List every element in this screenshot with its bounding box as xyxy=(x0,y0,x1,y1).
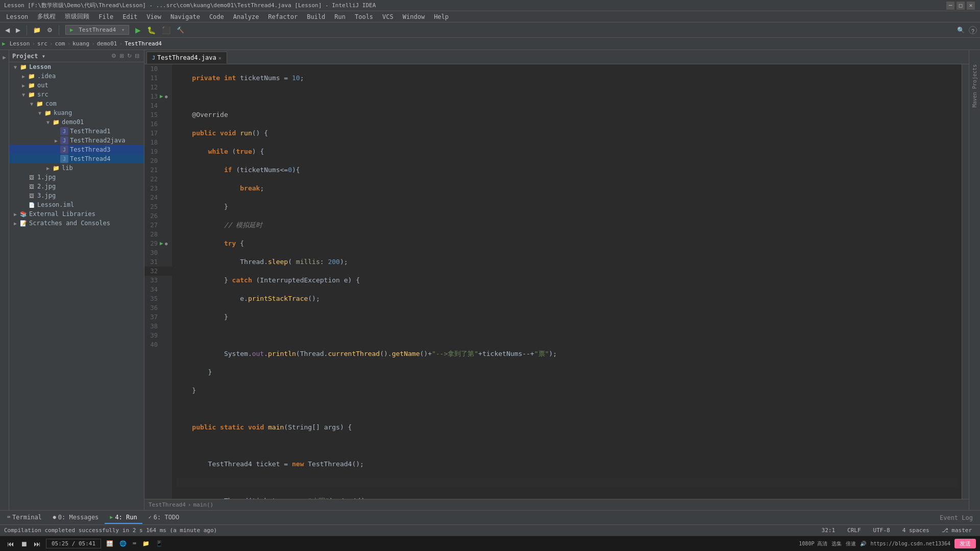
maven-label[interactable]: Maven Projects xyxy=(971,60,978,111)
java-icon-4: J xyxy=(60,155,68,163)
menu-vcs[interactable]: VCS xyxy=(378,12,398,21)
maximize-btn[interactable]: □ xyxy=(957,2,965,10)
breadcrumb-src[interactable]: src xyxy=(35,39,50,48)
gutter-24: 24 xyxy=(144,193,172,202)
menu-analyze[interactable]: Analyze xyxy=(229,12,263,21)
menu-help[interactable]: Help xyxy=(430,12,453,21)
forward-button[interactable]: ▶ xyxy=(14,26,22,35)
breadcrumb-kuang[interactable]: kuang xyxy=(70,39,91,48)
breadcrumb-demo01[interactable]: demo01 xyxy=(95,39,119,48)
menu-run[interactable]: Run xyxy=(330,12,350,21)
toolbar: ◀ ▶ 📁 ⚙ ▶ TestThread4 ▾ ▶ 🐛 ⬛ 🔨 🔍 ? xyxy=(0,22,980,38)
code-content[interactable]: private int ticketNums = 10; @Override p… xyxy=(172,64,962,499)
play-btn[interactable]: ⏮ xyxy=(4,539,17,549)
project-icon: 📁 xyxy=(19,63,28,71)
code-line-22: e.printStackTrace(); xyxy=(176,294,958,303)
run-button[interactable]: ▶ xyxy=(133,25,143,35)
editor-tab-testthread4[interactable]: J TestThread4.java ✕ xyxy=(146,52,227,64)
menu-multithread[interactable]: 多线程 xyxy=(33,11,60,22)
help-btn[interactable]: ? xyxy=(969,26,977,34)
next-btn[interactable]: ⏭ xyxy=(31,539,44,549)
terminal-label: Terminal xyxy=(12,514,42,521)
tree-item-testthread2[interactable]: ▶ J TestThread2java xyxy=(9,136,144,145)
java-icon-2: J xyxy=(60,136,68,145)
debug-button[interactable]: 🐛 xyxy=(145,25,158,35)
event-log-tab[interactable]: Event Log xyxy=(935,512,978,523)
project-layout-btn[interactable]: ⊞ xyxy=(118,52,126,60)
tree-item-3jpg[interactable]: ▶ 🖼 3.jpg xyxy=(9,191,144,200)
minimize-btn[interactable]: ─ xyxy=(946,2,954,10)
tab-close-btn[interactable]: ✕ xyxy=(218,55,222,61)
stop-button[interactable]: ⬛ xyxy=(160,25,173,35)
build-button[interactable]: 🔨 xyxy=(175,26,186,35)
tree-item-kuang[interactable]: ▼ 📁 kuang xyxy=(9,108,144,117)
menu-view[interactable]: View xyxy=(142,12,165,21)
menu-code[interactable]: Code xyxy=(205,12,228,21)
project-refresh-btn[interactable]: ↻ xyxy=(126,52,133,60)
breadcrumb-testthread4[interactable]: TestThread4 xyxy=(122,39,164,48)
project-panel: Project ▾ ⚙ ⊞ ↻ ⊟ ▼ 📁 Lesson ▶ 📁 xyxy=(9,50,144,510)
menu-edit[interactable]: Edit xyxy=(118,12,141,21)
taskbar-icon-browser[interactable]: 🌐 xyxy=(116,539,130,548)
tree-item-src[interactable]: ▼ 📁 src xyxy=(9,90,144,99)
project-collapse-btn[interactable]: ⊟ xyxy=(133,52,141,60)
tree-item-1jpg[interactable]: ▶ 🖼 1.jpg xyxy=(9,173,144,182)
tree-item-testthread1[interactable]: ▶ J TestThread1 xyxy=(9,127,144,136)
taskbar-icon-cmd[interactable]: ⌨ xyxy=(130,539,139,548)
tab-todo[interactable]: ✓ 6: TODO xyxy=(143,512,185,524)
tree-item-demo01[interactable]: ▼ 📁 demo01 xyxy=(9,117,144,127)
gutter-13: 13 ▶ ● xyxy=(144,92,172,101)
status-spaces: 4 spaces xyxy=(902,527,929,534)
tree-item-out[interactable]: ▶ 📁 out xyxy=(9,81,144,90)
code-view[interactable]: 10 11 12 13 ▶ ● 14 xyxy=(144,64,969,499)
taskbar-icon-windows[interactable]: 🪟 xyxy=(103,539,116,548)
menu-file[interactable]: File xyxy=(94,12,117,21)
breadcrumb-lesson[interactable]: Lesson xyxy=(8,39,32,48)
stop-btn[interactable]: ⏹ xyxy=(17,539,31,549)
taskbar-icon-app[interactable]: 📱 xyxy=(153,539,166,548)
tree-label-scratches: Scratches and Consoles xyxy=(29,220,110,227)
menu-lesson[interactable]: Lesson xyxy=(2,12,32,21)
tree-item-2jpg[interactable]: ▶ 🖼 2.jpg xyxy=(9,182,144,191)
close-btn[interactable]: ✕ xyxy=(967,2,975,10)
menu-refactor[interactable]: Refactor xyxy=(264,12,302,21)
send-btn[interactable]: 发送 xyxy=(954,539,976,548)
tree-item-ext-libs[interactable]: ▶ 📚 External Libraries xyxy=(9,209,144,219)
menu-review[interactable]: 班级回顾 xyxy=(61,11,93,22)
search-everywhere-btn[interactable]: 🔍 xyxy=(955,26,967,35)
gutter-26: 26 xyxy=(144,211,172,221)
project-structure-btn[interactable]: 📁 xyxy=(31,26,43,35)
tab-terminal[interactable]: ⌨ Terminal xyxy=(2,512,47,524)
tab-run[interactable]: ▶ 4: Run xyxy=(105,512,142,524)
breadcrumb-method[interactable]: main() xyxy=(193,501,213,508)
tree-item-testthread4[interactable]: ▶ J TestThread4 xyxy=(9,154,144,163)
tree-label-idea: .idea xyxy=(37,73,56,80)
tree-item-lessonml[interactable]: ▶ 📄 Lesson.iml xyxy=(9,200,144,209)
tree-item-testthread3[interactable]: ▶ J TestThread3 xyxy=(9,145,144,154)
menu-tools[interactable]: Tools xyxy=(351,12,377,21)
back-button[interactable]: ◀ xyxy=(3,26,12,35)
settings-btn[interactable]: ⚙ xyxy=(45,26,55,35)
title-text: Lesson [F:\数学班级\Demo\代码\Thread\Lesson] -… xyxy=(4,2,945,9)
tree-item-lesson[interactable]: ▼ 📁 Lesson xyxy=(9,62,144,71)
tree-item-com[interactable]: ▼ 📁 com xyxy=(9,99,144,108)
menu-navigate[interactable]: Navigate xyxy=(166,12,204,21)
gutter-16: 16 xyxy=(144,119,172,129)
tab-messages[interactable]: ● 0: Messages xyxy=(48,512,104,524)
left-stripe-icon-1[interactable]: ▶ xyxy=(0,52,9,63)
breadcrumb-class[interactable]: TestThread4 xyxy=(149,501,186,508)
tree-item-lib[interactable]: ▶ 📁 lib xyxy=(9,163,144,173)
run-config-dropdown[interactable]: ▾ xyxy=(121,27,125,33)
project-gear-btn[interactable]: ⚙ xyxy=(110,52,118,60)
run-config-selector[interactable]: ▶ TestThread4 ▾ xyxy=(65,25,129,35)
taskbar-icon-folder[interactable]: 📁 xyxy=(139,539,153,548)
project-label: Project ▾ xyxy=(12,53,110,60)
tree-item-scratches[interactable]: ▶ 📝 Scratches and Consoles xyxy=(9,219,144,228)
left-stripe: ▶ xyxy=(0,50,9,510)
breadcrumb-com[interactable]: com xyxy=(53,39,67,48)
menu-window[interactable]: Window xyxy=(399,12,429,21)
gutter-22: 22 xyxy=(144,175,172,184)
tree-item-idea[interactable]: ▶ 📁 .idea xyxy=(9,71,144,81)
gutter-29: 29 ▶ ● xyxy=(144,239,172,248)
menu-build[interactable]: Build xyxy=(303,12,329,21)
